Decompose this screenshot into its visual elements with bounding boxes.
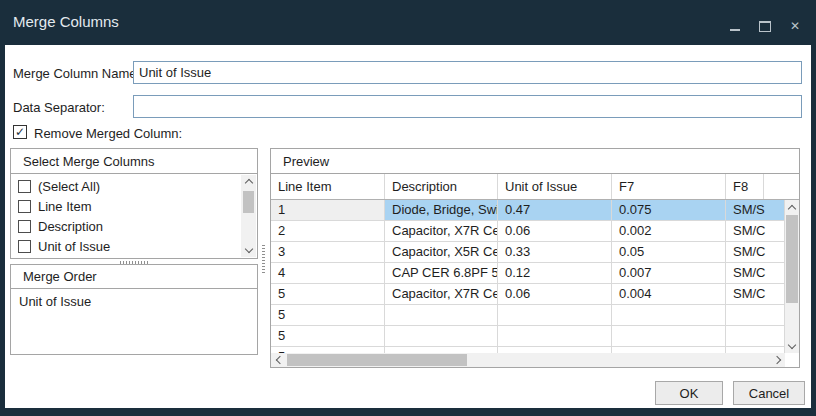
ok-button[interactable]: OK [655, 381, 723, 405]
table-cell[interactable]: Capacitor, X7R Cer... [385, 284, 498, 304]
table-cell[interactable]: 2 [271, 221, 385, 241]
minimize-icon[interactable] [730, 29, 740, 31]
scroll-down-icon[interactable] [785, 339, 799, 353]
option-label: Unit of Issue [38, 239, 110, 254]
scroll-up-icon[interactable] [241, 175, 256, 188]
table-cell[interactable]: CAP CER 6.8PF 50V... [385, 263, 498, 283]
checkbox-icon[interactable] [18, 180, 31, 193]
column-header[interactable]: Unit of Issue [498, 174, 612, 199]
column-header[interactable]: F8 [726, 174, 764, 199]
table-cell[interactable] [612, 305, 726, 325]
table-cell[interactable]: Diode, Bridge, Swit... [385, 200, 498, 220]
scroll-thumb[interactable] [786, 215, 798, 303]
table-cell[interactable]: SM/C [726, 242, 785, 262]
table-cell[interactable] [612, 326, 726, 346]
preview-grid-header: Line ItemDescriptionUnit of IssueF7F8 [271, 174, 799, 200]
vertical-splitter[interactable] [262, 243, 265, 273]
cancel-button[interactable]: Cancel [733, 381, 805, 405]
option-label: Line Item [38, 199, 91, 214]
table-cell[interactable]: SM/C [726, 221, 785, 241]
merge-column-option[interactable]: (Select All) [11, 176, 241, 196]
table-row[interactable]: 1Diode, Bridge, Swit...0.470.075SM/S [271, 200, 785, 221]
table-cell[interactable]: 0.47 [498, 200, 612, 220]
scroll-thumb[interactable] [287, 354, 467, 366]
column-list-scrollbar[interactable] [241, 175, 256, 257]
table-cell[interactable]: Capacitor, X7R Cer... [385, 221, 498, 241]
scroll-left-icon[interactable] [271, 353, 285, 367]
close-icon[interactable]: ✕ [790, 20, 800, 32]
preview-grid-rows: 1Diode, Bridge, Swit...0.470.075SM/S2Cap… [271, 200, 785, 353]
column-header[interactable]: Description [385, 174, 498, 199]
checkbox-icon[interactable] [18, 200, 31, 213]
table-cell[interactable]: 0.002 [612, 221, 726, 241]
table-cell[interactable] [385, 326, 498, 346]
merge-column-name-label: Merge Column Name: [13, 66, 140, 81]
table-row[interactable]: 5 [271, 305, 785, 326]
merge-order-title: Merge Order [23, 269, 97, 284]
table-cell[interactable]: 0.06 [498, 284, 612, 304]
table-cell[interactable]: 0.06 [498, 221, 612, 241]
table-cell[interactable]: 3 [271, 242, 385, 262]
preview-title: Preview [283, 154, 329, 169]
table-cell[interactable]: Capacitor, X5R Cer... [385, 242, 498, 262]
merge-order-header: Merge Order [10, 264, 258, 289]
maximize-icon[interactable] [759, 21, 771, 32]
table-row[interactable]: 3Capacitor, X5R Cer...0.330.05SM/C [271, 242, 785, 263]
table-cell[interactable]: 5 [271, 326, 385, 346]
table-cell[interactable]: SM/C [726, 284, 785, 304]
table-cell[interactable]: 0.007 [612, 263, 726, 283]
preview-header: Preview [270, 148, 800, 174]
table-cell[interactable]: 0.05 [612, 242, 726, 262]
select-merge-columns-list: (Select All)Line ItemDescriptionUnit of … [10, 173, 258, 259]
preview-grid: Line ItemDescriptionUnit of IssueF7F8 1D… [270, 173, 800, 368]
scroll-up-icon[interactable] [785, 200, 799, 214]
table-cell[interactable]: 5 [271, 305, 385, 325]
table-cell[interactable]: 0.33 [498, 242, 612, 262]
table-cell[interactable] [498, 305, 612, 325]
scroll-thumb[interactable] [243, 191, 254, 213]
table-cell[interactable] [726, 326, 785, 346]
window-title: Merge Columns [13, 13, 119, 30]
table-cell[interactable]: 5 [271, 284, 385, 304]
table-cell[interactable]: SM/C [726, 263, 785, 283]
table-cell[interactable]: 4 [271, 263, 385, 283]
table-row[interactable]: 5 [271, 326, 785, 347]
column-header[interactable]: F7 [612, 174, 726, 199]
option-label: Description [38, 219, 103, 234]
merge-order-list: Unit of Issue [10, 288, 258, 355]
scroll-down-icon[interactable] [241, 244, 256, 257]
table-row[interactable]: 5Capacitor, X7R Cer...0.060.004SM/C [271, 284, 785, 305]
table-cell[interactable] [498, 326, 612, 346]
grid-horizontal-scrollbar[interactable] [271, 353, 785, 367]
column-header[interactable]: Line Item [271, 174, 385, 199]
data-separator-label: Data Separator: [13, 100, 105, 115]
checkbox-icon[interactable] [18, 240, 31, 253]
table-cell[interactable]: 0.004 [612, 284, 726, 304]
table-cell[interactable]: 1 [271, 200, 385, 220]
merge-column-option[interactable]: Unit of Issue [11, 236, 241, 256]
merge-columns-dialog: Merge Columns ✕ Merge Column Name: Data … [0, 0, 816, 416]
table-cell[interactable] [385, 305, 498, 325]
titlebar[interactable]: Merge Columns ✕ [0, 0, 816, 45]
table-cell[interactable]: 0.075 [612, 200, 726, 220]
merge-column-option[interactable] [11, 256, 241, 259]
table-cell[interactable] [726, 305, 785, 325]
select-merge-columns-header: Select Merge Columns [10, 148, 258, 174]
table-cell[interactable]: SM/S [726, 200, 785, 220]
checkbox-icon[interactable] [18, 220, 31, 233]
merge-column-option[interactable]: Description [11, 216, 241, 236]
table-cell[interactable]: 0.12 [498, 263, 612, 283]
select-merge-columns-title: Select Merge Columns [23, 154, 155, 169]
merge-column-option[interactable]: Line Item [11, 196, 241, 216]
grid-vertical-scrollbar[interactable] [785, 200, 799, 353]
dialog-content: Merge Column Name: Data Separator: ✓ Rem… [5, 45, 811, 408]
merge-column-name-input[interactable] [133, 61, 802, 84]
remove-merged-column-label: Remove Merged Column: [34, 126, 182, 141]
column-header-filler [764, 174, 799, 199]
merge-order-item[interactable]: Unit of Issue [11, 289, 257, 309]
table-row[interactable]: 4CAP CER 6.8PF 50V...0.120.007SM/C [271, 263, 785, 284]
scroll-right-icon[interactable] [771, 353, 785, 367]
table-row[interactable]: 2Capacitor, X7R Cer...0.060.002SM/C [271, 221, 785, 242]
remove-merged-column-checkbox[interactable]: ✓ [13, 125, 27, 139]
data-separator-input[interactable] [133, 95, 802, 118]
